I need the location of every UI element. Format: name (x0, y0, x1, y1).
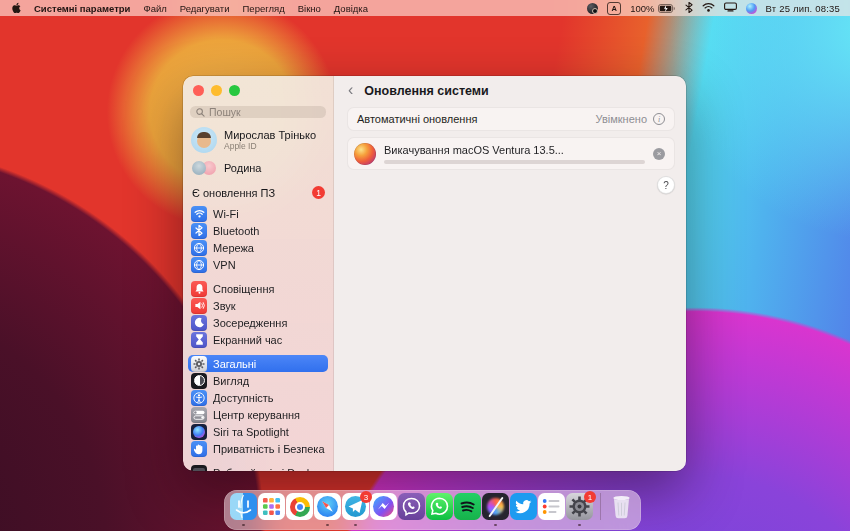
close-window-button[interactable] (193, 85, 204, 96)
siri-icon[interactable] (746, 3, 757, 14)
dock-viber-icon[interactable] (398, 493, 425, 526)
globe-icon (191, 240, 207, 256)
battery-icon (658, 4, 676, 13)
settings-main-pane: ‹ Оновлення системи Автоматичні оновленн… (334, 76, 686, 471)
software-update-row[interactable]: Є оновлення ПЗ 1 (183, 175, 333, 205)
menubar-app-icon[interactable] (587, 3, 598, 14)
dock: 3 1 (224, 490, 641, 530)
appearance-icon (191, 373, 207, 389)
siri-icon (191, 424, 207, 440)
download-label: Викачування macOS Ventura 13.5... (384, 144, 645, 156)
sidebar-item-vpn[interactable]: VPN (188, 256, 328, 273)
menubar-app-name[interactable]: Системні параметри (34, 3, 130, 14)
desktop-wallpaper: Системні параметри Файл Редагувати Перег… (0, 0, 850, 531)
info-icon[interactable]: i (653, 113, 665, 125)
dock-whatsapp-icon[interactable] (426, 493, 453, 526)
sidebar-item-screen-time[interactable]: Екранний час (188, 331, 328, 348)
back-button[interactable]: ‹ (348, 82, 353, 98)
vpn-icon (191, 257, 207, 273)
dock-launchpad-icon[interactable] (258, 493, 285, 526)
dock-trash-icon[interactable] (608, 493, 635, 526)
software-update-label: Є оновлення ПЗ (192, 187, 275, 199)
sidebar-item-focus[interactable]: Зосередження (188, 314, 328, 331)
telegram-badge: 3 (360, 491, 372, 503)
moon-icon (191, 315, 207, 331)
sidebar-item-control-center[interactable]: Центр керування (188, 406, 328, 423)
sidebar-item-bluetooth[interactable]: Bluetooth (188, 222, 328, 239)
dock-finder-icon[interactable] (230, 493, 257, 526)
dock-system-settings-icon[interactable]: 1 (566, 493, 593, 526)
menubar-clock[interactable]: Вт 25 лип. 08:35 (766, 3, 840, 14)
sidebar-item-wifi[interactable]: Wi-Fi (188, 205, 328, 222)
sidebar-item-appearance[interactable]: Вигляд (188, 372, 328, 389)
window-controls (183, 76, 333, 96)
apple-icon (10, 2, 21, 14)
software-update-badge: 1 (312, 186, 325, 199)
settings-sidebar: Пошук Мирослав Трінько Apple ID Родина Є… (183, 76, 334, 471)
sidebar-item-siri-spotlight[interactable]: Siri та Spotlight (188, 423, 328, 440)
sidebar-item-network[interactable]: Мережа (188, 239, 328, 256)
input-source-indicator[interactable]: A (607, 2, 621, 15)
download-update-row: Викачування macOS Ventura 13.5... × (347, 137, 675, 170)
macos-ventura-icon (354, 143, 376, 165)
dock-safari-icon[interactable] (314, 493, 341, 526)
menu-edit[interactable]: Редагувати (180, 3, 230, 14)
family-label: Родина (224, 162, 262, 174)
sidebar-item-notifications[interactable]: Сповіщення (188, 280, 328, 297)
apple-id-row[interactable]: Мирослав Трінько Apple ID (183, 118, 333, 153)
dock-chrome-icon[interactable] (286, 493, 313, 526)
hourglass-icon (191, 332, 207, 348)
download-progress-bar (384, 160, 645, 164)
cancel-download-button[interactable]: × (653, 148, 665, 160)
dock-pixelmator-icon[interactable] (482, 493, 509, 526)
control-center-icon (191, 407, 207, 423)
search-placeholder: Пошук (209, 106, 241, 118)
search-icon (196, 108, 205, 117)
zoom-window-button[interactable] (229, 85, 240, 96)
apple-id-label: Apple ID (224, 141, 316, 151)
hand-icon (191, 441, 207, 457)
settings-badge: 1 (584, 491, 596, 503)
dock-telegram-icon[interactable]: 3 (342, 493, 369, 526)
family-row[interactable]: Родина (183, 153, 333, 175)
menu-file[interactable]: Файл (143, 3, 166, 14)
gear-icon (191, 356, 207, 372)
minimize-window-button[interactable] (211, 85, 222, 96)
menu-view[interactable]: Перегляд (243, 3, 285, 14)
user-avatar (191, 127, 217, 153)
family-avatars (191, 161, 217, 175)
sidebar-item-desktop-dock[interactable]: Робочий стіл і Dock (188, 464, 328, 471)
desktop-dock-icon (191, 465, 207, 472)
bell-icon (191, 281, 207, 297)
dock-separator (600, 493, 601, 520)
dock-spotify-icon[interactable] (454, 493, 481, 526)
menu-window[interactable]: Вікно (298, 3, 321, 14)
sidebar-item-sound[interactable]: Звук (188, 297, 328, 314)
bluetooth-icon (191, 223, 207, 239)
sidebar-item-accessibility[interactable]: Доступність (188, 389, 328, 406)
dock-twitter-icon[interactable] (510, 493, 537, 526)
automatic-updates-value: Увімкнено (596, 113, 647, 125)
pane-header: ‹ Оновлення системи (334, 76, 686, 106)
battery-percent: 100% (630, 3, 654, 14)
help-button[interactable]: ? (657, 176, 675, 194)
menu-help[interactable]: Довідка (334, 3, 368, 14)
display-mirroring-icon[interactable] (724, 2, 737, 14)
page-title: Оновлення системи (364, 84, 488, 98)
battery-indicator[interactable]: 100% (630, 3, 675, 14)
wifi-icon (191, 206, 207, 222)
automatic-updates-row[interactable]: Автоматичні оновлення Увімкнено i (347, 107, 675, 131)
automatic-updates-label: Автоматичні оновлення (357, 113, 477, 125)
system-settings-window: Пошук Мирослав Трінько Apple ID Родина Є… (183, 76, 686, 471)
menu-bar: Системні параметри Файл Редагувати Перег… (0, 0, 850, 16)
apple-menu[interactable] (10, 2, 21, 14)
dock-messenger-icon[interactable] (370, 493, 397, 526)
speaker-icon (191, 298, 207, 314)
sidebar-item-general[interactable]: Загальні (188, 355, 328, 372)
dock-reminders-icon[interactable] (538, 493, 565, 526)
sidebar-item-privacy-security[interactable]: Приватність і Безпека (188, 440, 328, 457)
bluetooth-icon[interactable] (685, 2, 693, 15)
wifi-icon[interactable] (702, 2, 715, 14)
menubar-status-area: A 100% Вт 25 лип. 08:35 (587, 2, 840, 15)
search-input[interactable]: Пошук (190, 106, 326, 118)
